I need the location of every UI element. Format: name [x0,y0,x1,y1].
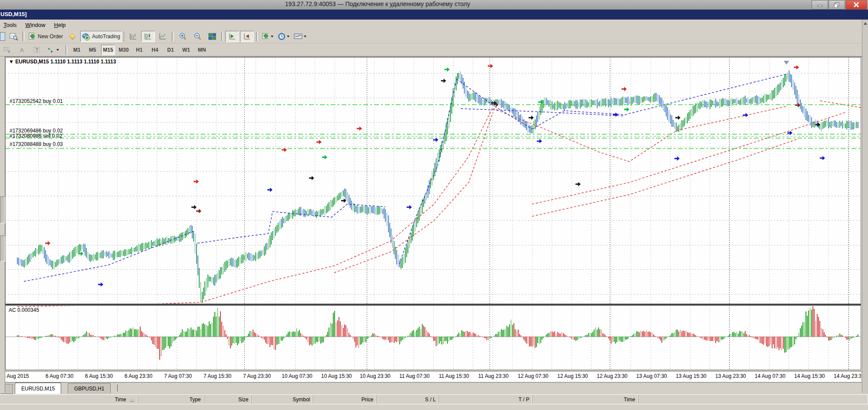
time-axis-label: 7 Aug 15:30 [204,373,231,379]
menu-item-tools[interactable]: Tools [0,20,22,30]
time-axis-label: 7 Aug 07:30 [164,373,192,379]
timeframe-button-h1[interactable]: H1 [132,45,146,55]
auto-scroll-button[interactable] [225,31,239,42]
auto-scroll-icon [228,33,236,40]
time-axis-label: 7 Aug 23:30 [243,373,271,379]
toolbar-separator [23,32,24,41]
autotrading-button[interactable]: AutoTrading [80,31,122,42]
svg-text:A: A [20,47,24,53]
timeframe-button-mn[interactable]: MN [195,45,209,55]
close-button[interactable] [845,0,867,10]
candlestick-chart-button[interactable] [141,31,155,42]
toolbar-separator [172,32,174,41]
new-order-button[interactable]: New Order [26,31,65,42]
terminal-table-header: TimeTypeSizeSymbolPriceS / LT / PTime [0,394,868,404]
terminal-column-tp[interactable]: T / P [439,395,533,404]
time-axis-label: 13 Aug 23:30 [715,373,746,379]
periods-button[interactable] [276,31,291,42]
time-axis[interactable]: 5 Aug 20156 Aug 07:306 Aug 15:306 Aug 23… [5,371,861,382]
chart-shift-button[interactable] [240,31,254,42]
chevron-up-icon [864,22,867,25]
terminal-column-type[interactable]: Type [138,395,204,404]
menu-item-window[interactable]: Window [22,20,50,30]
terminal-header-filler [638,395,868,404]
terminal-column-sl[interactable]: S / L [376,395,439,404]
time-axis-label: 6 Aug 07:30 [46,373,73,379]
dropdown-caret-icon [271,36,273,37]
time-axis-label: 6 Aug 15:30 [85,373,113,379]
window-controls [811,0,867,9]
terminal-column-size[interactable]: Size [204,395,252,404]
terminal-column-label: Symbol [293,397,310,403]
toolbar-separator [66,45,67,55]
text-label-button[interactable]: A [15,44,29,56]
line-chart-button[interactable] [156,31,170,42]
trade-label: #1732052542 buy 0.01 [10,98,63,104]
svg-text:F: F [8,50,10,53]
tick-chart-icon [10,33,18,40]
zoom-out-button[interactable] [191,31,204,42]
time-axis-label: 12 Aug 23:30 [597,373,628,379]
tile-windows-button[interactable] [205,31,219,42]
tick-chart-button[interactable] [7,31,20,42]
trade-label: #1732088488 buy 0.03 [10,141,63,147]
letter-t-icon: T [33,46,41,53]
terminal-column-symbol[interactable]: Symbol [251,395,313,404]
vertical-scrollbar[interactable] [862,20,868,393]
window-fragment [0,196,5,223]
svg-text:T: T [36,48,38,53]
toolbar-timeframes: F A T M1M5M15M30H1H4D1W1MN [0,43,868,56]
restore-button[interactable] [829,0,845,10]
chart-tab-gbpusdh1[interactable]: GBPUSD,H1 [68,383,111,393]
minimize-icon [817,3,823,7]
left-edge-fragments [0,57,5,393]
chart-tab-eurusdm15[interactable]: EURUSD,M15 [15,383,61,394]
terminal-column-time-2[interactable]: Time [533,395,638,404]
chart-symbol-header: ▼ EURUSD,M15 1.1110 1.1113 1.1110 1.1113 [9,59,116,65]
timeframe-button-m30[interactable]: M30 [117,45,131,55]
fibonacci-tool-button[interactable]: F [0,44,14,56]
minimize-button[interactable] [812,0,828,10]
status-strip [0,404,868,410]
new-order-label: New Order [38,33,63,40]
menu-item-help[interactable]: Help [51,20,71,30]
time-axis-label: 14 Aug 23:30 [834,373,861,379]
clipped-toolbar-icon [0,32,5,41]
timeframe-button-m1[interactable]: M1 [70,45,84,55]
new-order-icon [28,33,36,40]
terminal-column-price[interactable]: Price [313,395,376,404]
terminal-column-label: Size [238,397,248,403]
timeframe-group: M1M5M15M30H1H4D1W1MN [69,45,210,55]
arrows-tool-button[interactable] [45,44,61,56]
terminal-column-time[interactable]: Time [0,395,138,404]
rdp-titlebar[interactable]: 193.27.72.9:40053 — Подключение к удален… [0,0,868,10]
scroll-up-button[interactable] [863,20,868,26]
text-box-button[interactable]: T [30,44,44,56]
time-axis-label: 13 Aug 15:30 [676,373,707,379]
candlestick-chart-icon [144,33,152,40]
expert-advisors-icon [69,33,76,40]
new-chart-button[interactable]: f [260,31,275,42]
bar-chart-button[interactable] [126,31,140,42]
terminal-column-label: Type [190,397,201,403]
autotrading-icon [82,33,90,40]
time-axis-label: 10 Aug 23:30 [360,373,391,379]
zoom-in-button[interactable] [176,31,190,42]
timeframe-button-h4[interactable]: H4 [148,45,162,55]
window-fragment [0,235,5,261]
zoom-in-icon [179,33,187,40]
time-axis-label: 11 Aug 15:30 [439,373,469,379]
timeframe-button-m5[interactable]: M5 [85,45,99,55]
time-axis-label: 10 Aug 15:30 [321,373,352,379]
timeframe-button-d1[interactable]: D1 [164,45,178,55]
app-title-fragment: USD,M15] [0,11,27,17]
price-chart[interactable]: #1732052542 buy 0.01#1732069486 buy 0.02… [5,57,861,370]
app-titlebar[interactable]: USD,M15] [0,10,868,20]
fibonacci-icon: F [3,46,12,53]
timeframe-button-w1[interactable]: W1 [179,45,193,55]
timeframe-button-m15[interactable]: M15 [101,45,115,55]
indicators-button[interactable] [292,31,308,42]
rdp-window: 193.27.72.9:40053 — Подключение к удален… [0,0,868,410]
time-axis-label: 14 Aug 15:30 [794,373,825,379]
expert-advisors-button[interactable] [66,31,79,42]
